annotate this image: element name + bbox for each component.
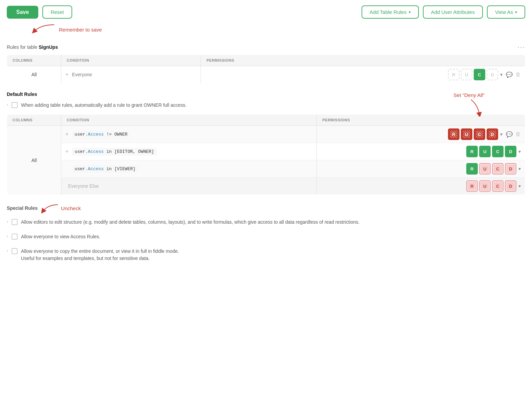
add-condition-button[interactable]: + — [65, 131, 68, 137]
delete-rule-icon[interactable]: 🗑 — [515, 131, 521, 137]
update-permission-button[interactable]: U — [479, 146, 491, 157]
permissions-cell: R U C D ▾ — [317, 178, 525, 195]
update-permission-button[interactable]: U — [479, 163, 491, 175]
special-rule-checkbox[interactable] — [12, 234, 18, 240]
permissions-chevron-icon[interactable]: ▾ — [500, 132, 503, 137]
table-row: + user.Access in [EDITOR, OWNER] R U C D — [7, 143, 525, 160]
special-rule-item: › Allow everyone to view Access Rules. — [7, 231, 525, 242]
comment-icon[interactable]: 💬 — [506, 131, 513, 138]
special-rule-checkbox[interactable] — [12, 219, 18, 225]
add-condition-button[interactable]: + — [65, 72, 68, 78]
uncheck-text: Uncheck — [61, 205, 81, 211]
read-permission-button[interactable]: R — [448, 69, 459, 80]
update-permission-button[interactable]: U — [461, 69, 472, 80]
special-rules-header: Special Rules Uncheck — [7, 203, 525, 213]
default-rule-checkbox-row: › When adding table rules, automatically… — [7, 100, 525, 111]
permissions-cell: R U C D ▾ — [317, 160, 525, 178]
special-rule-checkbox[interactable] — [12, 248, 18, 254]
default-rule-checkbox[interactable] — [12, 102, 18, 108]
special-rules-title: Special Rules — [7, 205, 38, 211]
delete-permission-button[interactable]: D — [505, 180, 516, 192]
code-access: .Access — [85, 166, 104, 171]
everyone-else-label: Everyone Else — [65, 182, 101, 190]
permissions-chevron-icon[interactable]: ▾ — [518, 149, 521, 154]
columns-cell: All — [7, 126, 61, 195]
permissions-header: PERMISSIONS — [317, 115, 525, 126]
arrow-icon — [30, 21, 58, 35]
add-table-rules-button[interactable]: Add Table Rules ▾ — [362, 5, 419, 19]
more-options-button[interactable]: ··· — [517, 43, 525, 51]
table-row: All + user.Access != OWNER R — [7, 126, 525, 143]
delete-permission-button[interactable]: D — [505, 146, 516, 157]
table-header-row: COLUMNS CONDITION PERMISSIONS — [7, 55, 525, 66]
update-permission-button[interactable]: U — [479, 180, 491, 192]
reset-button[interactable]: Reset — [42, 5, 72, 19]
view-as-button[interactable]: View As ▾ — [487, 5, 525, 19]
code-value: OWNER — [114, 132, 127, 137]
code-access: .Access — [85, 132, 104, 137]
expand-arrow-icon[interactable]: › — [7, 248, 8, 253]
condition-cell: + user.Access in [VIEWER] — [61, 160, 317, 178]
permissions-cell: R U C D ▾ — [317, 143, 525, 160]
permissions-chevron-icon[interactable]: ▾ — [500, 72, 503, 77]
remember-save-annotation: Remember to save — [10, 21, 525, 35]
code-user: user — [75, 149, 85, 154]
delete-permission-button[interactable]: D — [505, 163, 516, 175]
code-in: in — [104, 149, 114, 154]
delete-rule-icon[interactable]: 🗑 — [515, 72, 521, 78]
create-permission-button[interactable]: C — [474, 128, 485, 140]
table-row: Everyone Else R U C D ▾ — [7, 178, 525, 195]
remember-to-save-text: Remember to save — [59, 27, 102, 33]
columns-header: COLUMNS — [7, 55, 61, 66]
default-rule-label: When adding table rules, automatically a… — [21, 102, 187, 109]
default-rules-table-wrapper: Set “Deny All” COLUMNS CONDITION PERMISS… — [7, 114, 525, 195]
code-op: != — [104, 132, 114, 137]
default-rules-table: COLUMNS CONDITION PERMISSIONS All + — [7, 114, 525, 195]
expand-arrow-icon[interactable]: › — [7, 219, 8, 224]
columns-header: COLUMNS — [7, 115, 61, 126]
expand-arrow-icon[interactable]: › — [7, 102, 8, 107]
signup-rules-table: COLUMNS CONDITION PERMISSIONS All + Ever… — [7, 55, 525, 83]
permissions-cell: R U C D ▾ 💬 🗑 — [317, 126, 525, 143]
update-permission-button[interactable]: U — [461, 128, 472, 140]
special-rule-item: › Allow editors to edit structure (e.g. … — [7, 217, 525, 228]
read-permission-button[interactable]: R — [466, 180, 478, 192]
read-permission-button[interactable]: R — [448, 128, 459, 140]
deny-all-arrow-icon — [464, 98, 485, 117]
special-rule-item: › Allow everyone to copy the entire docu… — [7, 246, 525, 264]
add-user-attributes-button[interactable]: Add User Attributes — [423, 5, 483, 19]
condition-cell: + user.Access != OWNER — [61, 126, 317, 143]
chevron-down-icon: ▾ — [409, 10, 411, 15]
condition-cell: + user.Access in [EDITOR, OWNER] — [61, 143, 317, 160]
uncheck-arrow-icon — [41, 203, 60, 213]
add-condition-button[interactable]: + — [65, 148, 68, 155]
default-rules-title: Default Rules — [7, 92, 525, 97]
columns-cell: All — [7, 66, 61, 83]
permissions-chevron-icon[interactable]: ▾ — [518, 166, 521, 171]
special-rule-label: Allow editors to edit structure (e.g. mo… — [21, 219, 360, 226]
delete-permission-button[interactable]: D — [487, 128, 498, 140]
condition-header: CONDITION — [61, 55, 201, 66]
comment-icon[interactable]: 💬 — [506, 72, 513, 78]
save-button[interactable]: Save — [7, 6, 38, 19]
table-row: All + Everyone R U C D ▾ 💬 🗑 — [7, 66, 525, 83]
special-rules-section: Special Rules Uncheck › Allow editors to… — [7, 203, 525, 264]
create-permission-button[interactable]: C — [492, 163, 504, 175]
delete-permission-button[interactable]: D — [487, 69, 498, 80]
table-row: + user.Access in [VIEWER] R U C D ▾ — [7, 160, 525, 178]
toolbar: Save Reset Add Table Rules ▾ Add User At… — [7, 5, 525, 19]
default-rules-section: Default Rules › When adding table rules,… — [7, 92, 525, 195]
special-rule-label: Allow everyone to copy the entire docume… — [21, 248, 179, 262]
expand-arrow-icon[interactable]: › — [7, 234, 8, 239]
create-permission-button[interactable]: C — [492, 146, 504, 157]
read-permission-button[interactable]: R — [466, 146, 478, 157]
deny-all-annotation: Set “Deny All” — [453, 92, 485, 118]
condition-header: CONDITION — [61, 115, 317, 126]
read-permission-button[interactable]: R — [466, 163, 478, 175]
create-permission-button[interactable]: C — [474, 69, 485, 80]
uncheck-annotation-wrapper: Uncheck — [41, 203, 81, 213]
code-user: user — [75, 132, 85, 137]
create-permission-button[interactable]: C — [492, 180, 504, 192]
permissions-chevron-icon[interactable]: ▾ — [518, 183, 521, 189]
code-in: in — [104, 166, 114, 171]
